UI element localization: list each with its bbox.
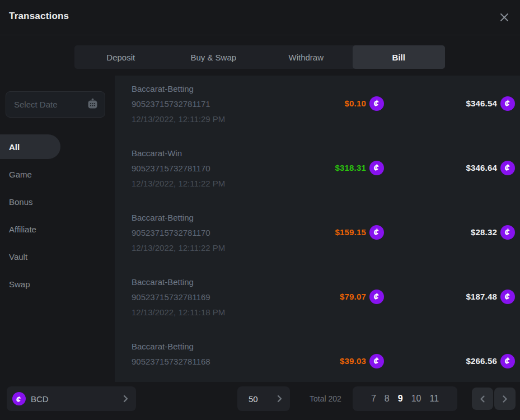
transaction-list: Baccarat-Betting 90523715732781171 12/13… xyxy=(115,76,520,382)
currency-label: BCD xyxy=(31,394,123,404)
page-number[interactable]: 9 xyxy=(398,394,403,404)
bcd-coin-icon: ¢ xyxy=(369,161,384,175)
transaction-amount: $39.03 xyxy=(340,356,366,366)
page-size-value: 50 xyxy=(249,394,277,404)
next-page-button[interactable] xyxy=(494,388,516,410)
filter-item[interactable]: Game xyxy=(0,162,60,186)
transaction-balance: $187.48 xyxy=(466,292,497,301)
filter-item[interactable]: Bonus xyxy=(0,189,60,214)
transaction-id: 90523715732781171 xyxy=(132,96,520,111)
transaction-row[interactable]: Baccarat-Betting 90523715732781171 12/13… xyxy=(115,76,520,140)
tab-label: Buy & Swap xyxy=(190,53,236,62)
transaction-amount: $318.31 xyxy=(335,163,366,172)
filter-label: Swap xyxy=(9,279,30,289)
transaction-row[interactable]: Baccarat-Win 90523715732781170 12/13/202… xyxy=(115,140,520,204)
bcd-coin-icon: ¢ xyxy=(500,354,515,368)
transaction-balance-cell: $346.54 ¢ xyxy=(466,96,515,111)
transaction-balance-cell: $266.56 ¢ xyxy=(466,353,515,368)
transaction-amount: $79.07 xyxy=(340,292,366,301)
transaction-amount: $0.10 xyxy=(344,99,366,108)
transaction-title: Baccarat-Betting xyxy=(132,274,520,290)
transaction-title: Baccarat-Betting xyxy=(132,81,520,96)
tab-label: Deposit xyxy=(106,53,135,62)
transaction-tabs: Deposit Buy & Swap Withdraw Bill xyxy=(74,45,445,69)
calendar-icon xyxy=(87,98,98,111)
transaction-date: 12/13/2022, 12:11:22 PM xyxy=(132,176,520,191)
filter-list: All Game Bonus Affiliate Vault Swap xyxy=(0,134,115,299)
tab-item[interactable]: Withdraw xyxy=(260,45,353,69)
transaction-row[interactable]: Baccarat-Betting 90523715732781168 $39.0… xyxy=(115,333,520,382)
sidebar: Select Date All Game Bonus xyxy=(0,76,115,382)
transaction-date: 12/13/2022, 12:11:22 PM xyxy=(132,240,520,255)
chevron-right-icon xyxy=(123,395,128,403)
bcd-coin-icon: ¢ xyxy=(12,392,26,405)
transaction-amount-cell: $0.10 ¢ xyxy=(344,96,384,111)
tab-item[interactable]: Buy & Swap xyxy=(167,45,260,69)
bcd-coin-icon: ¢ xyxy=(500,96,515,111)
prev-page-button[interactable] xyxy=(472,388,493,410)
transaction-row[interactable]: Baccarat-Betting 90523715732781170 12/13… xyxy=(115,204,520,269)
bcd-coin-icon: ¢ xyxy=(500,290,515,304)
transaction-title: Baccarat-Betting xyxy=(132,339,520,354)
transaction-date: 12/13/2022, 12:11:29 PM xyxy=(132,111,520,127)
page-number[interactable]: 10 xyxy=(411,394,421,404)
tab-label: Bill xyxy=(392,53,405,62)
page-number[interactable]: 11 xyxy=(429,394,439,404)
footer-bar: ¢ BCD 50 Total 202 7 8 9 10 11 xyxy=(0,382,520,420)
transaction-title: Baccarat-Betting xyxy=(132,210,520,225)
filter-item[interactable]: Swap xyxy=(0,272,60,296)
transaction-id: 90523715732781168 xyxy=(132,354,520,369)
date-placeholder: Select Date xyxy=(14,100,87,109)
chevron-right-icon xyxy=(502,395,508,403)
page-number[interactable]: 8 xyxy=(385,394,390,404)
page-number[interactable]: 7 xyxy=(371,394,376,404)
transaction-balance-cell: $346.64 ¢ xyxy=(466,160,515,175)
chevron-right-icon xyxy=(277,395,282,403)
modal-title: Transactions xyxy=(9,11,69,22)
filter-label: Game xyxy=(9,170,32,179)
modal-header: Transactions xyxy=(0,0,520,35)
currency-selector[interactable]: ¢ BCD xyxy=(7,386,136,411)
bcd-coin-icon: ¢ xyxy=(369,225,384,240)
transaction-balance-cell: $28.32 ¢ xyxy=(471,225,515,240)
tab-label: Withdraw xyxy=(288,53,324,62)
transaction-amount-cell: $318.31 ¢ xyxy=(335,160,384,175)
total-count-label: Total 202 xyxy=(310,386,341,411)
filter-label: Affiliate xyxy=(9,225,36,234)
transaction-balance-cell: $187.48 ¢ xyxy=(466,289,515,304)
close-button[interactable] xyxy=(496,10,512,25)
transactions-modal: Transactions Deposit Buy & Swap Withdraw… xyxy=(0,0,520,420)
bcd-coin-icon: ¢ xyxy=(369,354,384,368)
pagination: 7 8 9 10 11 xyxy=(353,386,457,411)
bcd-coin-icon: ¢ xyxy=(500,225,515,240)
transaction-title: Baccarat-Win xyxy=(132,146,520,161)
tab-item[interactable]: Bill xyxy=(353,45,446,69)
bcd-coin-icon: ¢ xyxy=(500,161,515,175)
bcd-coin-icon: ¢ xyxy=(369,96,384,111)
transaction-balance: $346.54 xyxy=(466,99,497,108)
transaction-id: 90523715732781170 xyxy=(132,225,520,240)
filter-item[interactable]: Affiliate xyxy=(0,217,60,241)
filter-label: Vault xyxy=(9,252,27,262)
transaction-row[interactable]: Baccarat-Betting 90523715732781169 12/13… xyxy=(115,269,520,333)
transaction-amount-cell: $79.07 ¢ xyxy=(340,289,384,304)
tab-item[interactable]: Deposit xyxy=(74,45,167,69)
transaction-amount: $159.15 xyxy=(335,227,366,237)
transaction-id: 90523715732781169 xyxy=(132,290,520,305)
chevron-left-icon xyxy=(480,395,485,403)
filter-label: All xyxy=(9,142,20,152)
filter-item[interactable]: All xyxy=(0,134,60,159)
transaction-balance: $346.64 xyxy=(466,163,497,172)
filter-label: Bonus xyxy=(9,197,33,207)
transaction-balance: $28.32 xyxy=(471,227,497,237)
transaction-balance: $266.56 xyxy=(466,356,497,366)
close-icon xyxy=(500,13,509,22)
date-picker-input[interactable]: Select Date xyxy=(6,91,105,118)
bcd-coin-icon: ¢ xyxy=(369,290,384,304)
transaction-id: 90523715732781170 xyxy=(132,161,520,176)
transaction-amount-cell: $159.15 ¢ xyxy=(335,225,384,240)
page-size-selector[interactable]: 50 xyxy=(237,386,290,411)
transaction-amount-cell: $39.03 ¢ xyxy=(340,353,384,368)
filter-item[interactable]: Vault xyxy=(0,244,60,269)
transaction-date: 12/13/2022, 12:11:18 PM xyxy=(132,305,520,320)
